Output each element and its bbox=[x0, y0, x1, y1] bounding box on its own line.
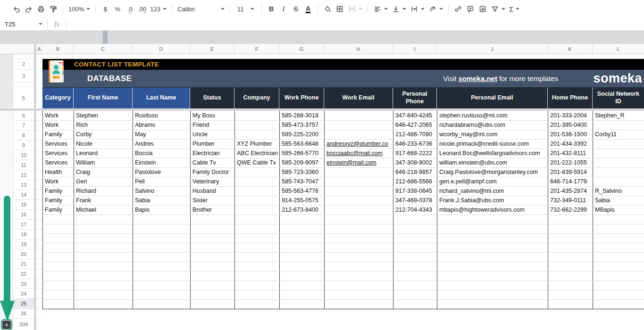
row-header[interactable]: 14 bbox=[13, 190, 34, 200]
cell-personal-phone[interactable]: 646-427-2065 bbox=[393, 120, 437, 130]
cell-personal-phone[interactable] bbox=[393, 262, 437, 271]
cell-social-id[interactable] bbox=[593, 290, 644, 299]
cell-first-name[interactable]: Frank bbox=[74, 196, 133, 205]
borders-button[interactable] bbox=[334, 3, 346, 15]
cell-personal-phone[interactable]: 917-338-0645 bbox=[393, 186, 437, 196]
cell-status[interactable]: Brother bbox=[191, 205, 235, 214]
cell-status[interactable] bbox=[191, 233, 235, 243]
cell-work-email[interactable] bbox=[325, 243, 393, 252]
cell-work-phone[interactable] bbox=[280, 290, 325, 299]
cell-status[interactable] bbox=[191, 280, 235, 290]
cell-status[interactable]: Uncle bbox=[191, 130, 235, 139]
row-header[interactable]: 19 bbox=[13, 239, 34, 249]
cell-status[interactable]: Husband bbox=[191, 186, 235, 196]
cell-company[interactable] bbox=[235, 130, 280, 139]
cell-work-email[interactable]: bocciaabc@mail.com bbox=[325, 148, 393, 158]
cell-work-phone[interactable] bbox=[280, 214, 325, 224]
cell-personal-phone[interactable] bbox=[393, 299, 437, 309]
cell-company[interactable] bbox=[235, 196, 280, 205]
select-all-corner[interactable] bbox=[0, 44, 36, 54]
cell-company[interactable] bbox=[235, 233, 280, 243]
bold-button[interactable]: B bbox=[265, 3, 277, 15]
header-company[interactable]: Company bbox=[234, 88, 279, 108]
row-header-304[interactable]: 304 bbox=[13, 319, 34, 330]
cell-personal-email[interactable]: mbapis@hightoweradvisors.com bbox=[437, 205, 548, 214]
cell-work-email[interactable] bbox=[325, 120, 393, 130]
font-family-select[interactable]: Calibri bbox=[176, 3, 226, 15]
cell-personal-email[interactable]: stephen.ruvituso@ml.com bbox=[437, 111, 548, 120]
row-header[interactable]: 26 bbox=[13, 309, 34, 319]
cell-status[interactable]: Plumber bbox=[191, 139, 235, 148]
cell-company[interactable] bbox=[235, 290, 280, 299]
cell-company[interactable]: ABC Electrician bbox=[235, 148, 280, 158]
cell-status[interactable]: Friend bbox=[191, 120, 235, 130]
cell-work-email[interactable] bbox=[325, 205, 393, 214]
cell-category[interactable] bbox=[43, 252, 74, 262]
cell-last-name[interactable] bbox=[133, 271, 191, 280]
cell-last-name[interactable] bbox=[133, 233, 191, 243]
cell-first-name[interactable]: Rich bbox=[74, 120, 133, 130]
cell-social-id[interactable] bbox=[593, 280, 644, 290]
cell-work-email[interactable] bbox=[325, 290, 393, 299]
cell-social-id[interactable] bbox=[593, 271, 644, 280]
row-header[interactable]: 7 bbox=[13, 121, 34, 131]
cell-company[interactable] bbox=[235, 271, 280, 280]
cell-social-id[interactable] bbox=[593, 177, 644, 186]
cell-status[interactable] bbox=[191, 214, 235, 224]
cell-last-name[interactable]: Ruvituso bbox=[133, 111, 191, 120]
cell-work-phone[interactable]: 585-563-6648 bbox=[280, 139, 325, 148]
cell-home-phone[interactable] bbox=[548, 224, 593, 233]
row-header[interactable]: 21 bbox=[13, 259, 34, 269]
cell-status[interactable]: Veterinary bbox=[191, 177, 235, 186]
column-header-d[interactable]: D bbox=[133, 44, 190, 54]
cell-work-email[interactable] bbox=[325, 186, 393, 196]
cell-home-phone[interactable]: 201-536-1500 bbox=[548, 130, 593, 139]
freeze-handle[interactable] bbox=[103, 31, 108, 44]
cell-personal-phone[interactable]: 347-840-4245 bbox=[393, 111, 437, 120]
cell-company[interactable] bbox=[235, 111, 280, 120]
cell-last-name[interactable] bbox=[133, 243, 191, 252]
font-size-select[interactable]: 11 bbox=[234, 3, 258, 15]
column-header-i[interactable]: I bbox=[393, 44, 437, 54]
cell-social-id[interactable]: MBapis bbox=[593, 205, 644, 214]
cell-category[interactable]: Services bbox=[43, 148, 74, 158]
cell-personal-phone[interactable] bbox=[393, 243, 437, 252]
cell-first-name[interactable]: Craig bbox=[74, 167, 133, 177]
cell-social-id[interactable] bbox=[593, 214, 644, 224]
cell-category[interactable] bbox=[43, 290, 74, 299]
cell-home-phone[interactable]: 732-349-0111 bbox=[548, 196, 593, 205]
cell-personal-email[interactable]: Frank.J.Sabia@ubs.com bbox=[437, 196, 548, 205]
header-work-email[interactable]: Work Email bbox=[324, 88, 393, 108]
cell-company[interactable] bbox=[235, 299, 280, 309]
cell-work-phone[interactable]: 585-723-3360 bbox=[280, 167, 325, 177]
cell-personal-email[interactable]: richard_salvino@ml.com bbox=[437, 186, 548, 196]
cell-home-phone[interactable]: 201-839-5914 bbox=[548, 167, 593, 177]
cell-personal-email[interactable] bbox=[437, 233, 548, 243]
cell-company[interactable] bbox=[235, 186, 280, 196]
cell-last-name[interactable] bbox=[133, 280, 191, 290]
cell-personal-email[interactable] bbox=[437, 262, 548, 271]
row-1-cells[interactable] bbox=[42, 54, 644, 59]
cell-home-phone[interactable] bbox=[548, 271, 593, 280]
cell-social-id[interactable] bbox=[593, 158, 644, 167]
cell-home-phone[interactable]: 732-662-2299 bbox=[548, 205, 593, 214]
cell-social-id[interactable] bbox=[593, 262, 644, 271]
cell-work-email[interactable] bbox=[325, 299, 393, 309]
cell-last-name[interactable]: Andres bbox=[133, 139, 191, 148]
row-header-4[interactable] bbox=[13, 82, 34, 87]
cell-personal-email[interactable]: william.einstein@ubs.com bbox=[437, 158, 548, 167]
cell-personal-phone[interactable]: 917-668-2222 bbox=[393, 148, 437, 158]
format-percent-button[interactable]: % bbox=[111, 3, 124, 15]
cell-work-phone[interactable] bbox=[280, 243, 325, 252]
increase-decimal-button[interactable]: .00 bbox=[136, 3, 148, 15]
cell-social-id[interactable] bbox=[593, 224, 644, 233]
cell-last-name[interactable]: Salvino bbox=[133, 186, 191, 196]
cell-personal-phone[interactable] bbox=[393, 290, 437, 299]
cell-work-phone[interactable]: 585-288-3018 bbox=[280, 111, 325, 120]
cell-personal-email[interactable] bbox=[437, 299, 548, 309]
cell-first-name[interactable]: Corby bbox=[74, 130, 133, 139]
header-work-phone[interactable]: Work Phone bbox=[279, 88, 324, 108]
text-wrap-menu[interactable] bbox=[408, 3, 427, 15]
cell-personal-phone[interactable]: 646-218-9857 bbox=[393, 167, 437, 177]
expand-row-group-button[interactable]: + bbox=[2, 320, 11, 330]
